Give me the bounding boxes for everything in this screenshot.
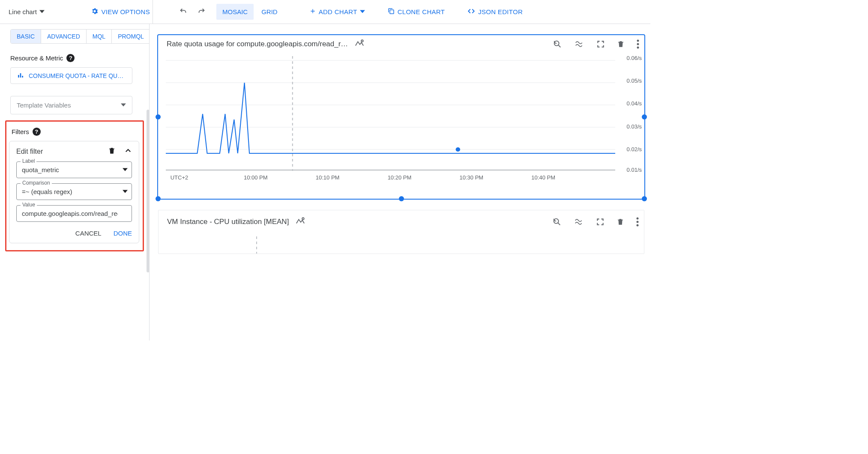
caret-down-icon	[39, 8, 45, 15]
delete-filter-button[interactable]	[108, 146, 116, 156]
chart-type-label: Line chart	[9, 8, 37, 15]
svg-rect-3	[22, 76, 23, 78]
add-chart-label: ADD CHART	[319, 8, 357, 15]
gear-icon	[91, 7, 99, 16]
more-menu-icon[interactable]	[637, 39, 639, 49]
more-menu-icon[interactable]	[636, 217, 639, 227]
redo-button[interactable]	[193, 3, 210, 21]
chart-panel-cpu[interactable]: VM Instance - CPU utilization [MEAN]	[158, 210, 644, 254]
caret-down-icon	[123, 188, 128, 195]
legend-icon[interactable]	[574, 218, 584, 226]
caret-down-icon	[121, 102, 126, 109]
clone-chart-label: CLONE CHART	[398, 8, 445, 15]
json-editor-label: JSON EDITOR	[478, 8, 523, 15]
tab-basic[interactable]: BASIC	[11, 30, 41, 43]
fullscreen-icon[interactable]	[596, 218, 605, 226]
y-axis: 0.06/s 0.05/s 0.04/s 0.03/s 0.02/s 0.01/…	[618, 54, 642, 171]
help-icon[interactable]: ?	[66, 54, 75, 62]
metric-selector-label: CONSUMER QUOTA - RATE QUOT…	[29, 72, 126, 79]
chart-title: VM Instance - CPU utilization [MEAN]	[167, 218, 289, 226]
chart-type-dropdown[interactable]: Line chart	[9, 8, 45, 15]
line-style-icon[interactable]	[296, 216, 305, 227]
svg-point-6	[637, 39, 639, 42]
query-mode-tabs: BASIC ADVANCED MQL PROMQL	[10, 29, 150, 44]
delete-chart-icon[interactable]	[617, 40, 625, 48]
chart-title: Rate quota usage for compute.googleapis.…	[167, 40, 348, 48]
resource-metric-heading: Resource & Metric ?	[10, 54, 141, 62]
template-variables-dropdown[interactable]: Template Variables	[10, 96, 132, 114]
view-options-button[interactable]: VIEW OPTIONS	[91, 7, 150, 16]
resize-handle-bl[interactable]	[156, 196, 161, 201]
svg-point-7	[637, 43, 639, 45]
resize-handle-br[interactable]	[642, 196, 647, 201]
chart-panel-selected[interactable]: Rate quota usage for compute.googleapis.…	[158, 35, 644, 199]
template-variables-placeholder: Template Variables	[17, 102, 71, 109]
tab-promql[interactable]: PROMQL	[112, 30, 150, 43]
resize-handle-bottom[interactable]	[399, 196, 404, 201]
svg-point-17	[302, 218, 305, 220]
caret-down-icon	[123, 167, 128, 173]
view-options-label: VIEW OPTIONS	[101, 8, 150, 15]
fullscreen-icon[interactable]	[596, 40, 605, 48]
filter-label-legend: Label	[21, 158, 36, 164]
clone-icon	[387, 7, 395, 16]
clone-chart-button[interactable]: CLONE CHART	[382, 4, 450, 20]
collapse-filter-button[interactable]	[124, 147, 132, 156]
undo-button[interactable]	[175, 3, 192, 21]
layout-tab-mosaic[interactable]: MOSAIC	[216, 4, 254, 20]
chart-plot-area[interactable]: 0.06/s 0.05/s 0.04/s 0.03/s 0.02/s 0.01/…	[166, 56, 615, 171]
svg-point-21	[637, 224, 639, 226]
dashboard-canvas: Rate quota usage for compute.googleapis.…	[150, 24, 650, 340]
svg-rect-2	[20, 73, 21, 78]
metric-selector[interactable]: CONSUMER QUOTA - RATE QUOT…	[10, 67, 132, 84]
svg-point-16	[456, 147, 460, 152]
top-toolbar: Line chart VIEW OPTIONS	[0, 0, 650, 24]
svg-point-20	[637, 221, 639, 223]
chart-plot-area[interactable]	[166, 236, 615, 254]
filter-cancel-button[interactable]: CANCEL	[75, 230, 102, 237]
json-editor-button[interactable]: JSON EDITOR	[462, 4, 528, 20]
filter-value-legend: Value	[21, 202, 37, 208]
filter-card-title: Edit filter	[16, 148, 43, 155]
filters-highlight-region: Filters ? Edit filter	[5, 120, 144, 251]
tab-advanced[interactable]: ADVANCED	[41, 30, 87, 43]
svg-point-4	[362, 40, 364, 42]
help-icon[interactable]: ?	[33, 128, 41, 136]
tab-mql[interactable]: MQL	[87, 30, 112, 43]
svg-rect-1	[18, 75, 19, 78]
x-axis: UTC+2 10:00 PM 10:10 PM 10:20 PM 10:30 P…	[166, 174, 615, 183]
layout-tab-grid[interactable]: GRID	[255, 4, 284, 20]
legend-icon[interactable]	[574, 40, 584, 48]
resize-handle-right[interactable]	[642, 114, 647, 119]
filter-comparison-legend: Comparison	[21, 180, 52, 186]
svg-point-8	[637, 46, 639, 48]
config-sidebar: BASIC ADVANCED MQL PROMQL Resource & Met…	[0, 24, 150, 340]
filters-heading: Filters ?	[12, 128, 139, 136]
plus-icon	[309, 8, 316, 16]
filter-card: Edit filter Label q	[9, 141, 139, 243]
zoom-reset-icon[interactable]	[552, 217, 562, 227]
delete-chart-icon[interactable]	[617, 218, 624, 226]
add-chart-button[interactable]: ADD CHART	[304, 4, 370, 19]
scrollbar[interactable]	[147, 110, 150, 272]
code-icon	[467, 7, 476, 16]
resize-handle-left[interactable]	[156, 114, 161, 119]
svg-point-19	[637, 217, 639, 219]
bar-chart-icon	[17, 72, 24, 80]
svg-rect-0	[390, 10, 394, 14]
line-style-icon[interactable]	[355, 39, 364, 49]
zoom-reset-icon[interactable]	[553, 39, 562, 49]
caret-down-icon	[360, 8, 365, 15]
filter-done-button[interactable]: DONE	[114, 230, 132, 237]
time-cursor	[256, 236, 257, 254]
